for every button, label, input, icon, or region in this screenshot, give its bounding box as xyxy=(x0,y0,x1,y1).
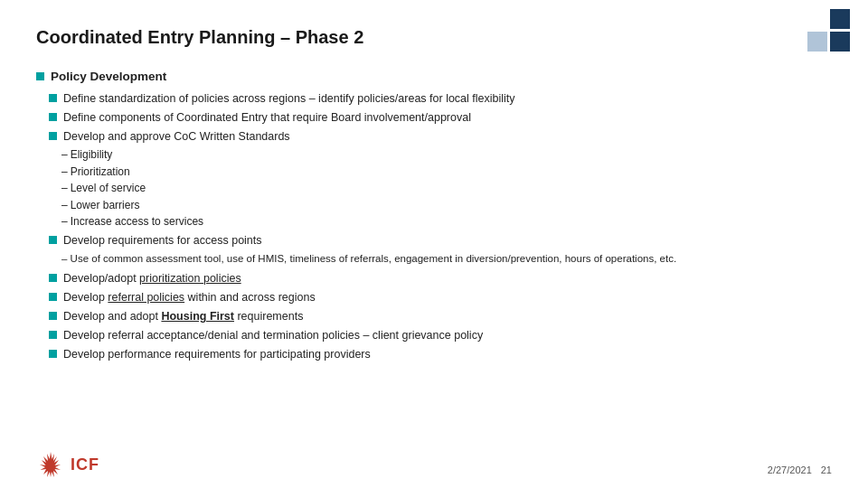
footer-date: 2/27/2021 xyxy=(768,465,812,475)
lower-bullet-list: Develop/adopt prioritization policies De… xyxy=(49,270,832,363)
bullet-7: Develop and adopt Housing First requirem… xyxy=(63,308,303,324)
svg-marker-0 xyxy=(40,452,61,477)
bullet-5-link: prioritization policies xyxy=(139,272,241,285)
bullet-icon xyxy=(49,113,57,121)
bullet-icon xyxy=(49,350,57,358)
bullet-icon xyxy=(49,274,57,282)
bullet-7-prefix: Develop and adopt xyxy=(63,310,161,323)
list-item: Define standardization of policies acros… xyxy=(49,90,832,107)
list-item: Develop and approve CoC Written Standard… xyxy=(49,128,832,145)
list-item: Develop performance requirements for par… xyxy=(49,346,832,362)
icf-star-icon xyxy=(36,450,65,479)
bullet-icon xyxy=(49,94,57,102)
section-heading: Policy Development xyxy=(36,70,832,83)
dash-item-increase-access: Increase access to services xyxy=(71,215,203,228)
dash-item-lower-barriers: Lower barriers xyxy=(71,199,140,211)
bullet-6: Develop referral policies within and acr… xyxy=(63,289,316,305)
footer-page: 21 xyxy=(821,465,832,475)
list-item: Level of service xyxy=(61,181,832,196)
note-line: – Use of common assessment tool, use of … xyxy=(61,251,832,266)
bullet-5-prefix: Develop/adopt xyxy=(63,272,139,285)
logo-text: ICF xyxy=(71,455,99,474)
bullet-icon xyxy=(49,132,57,140)
bullet-9-text: Develop performance requirements for par… xyxy=(63,346,371,362)
page-title: Coordinated Entry Planning – Phase 2 xyxy=(36,27,832,48)
list-item: Develop and adopt Housing First requirem… xyxy=(49,308,832,324)
bullet-6-prefix: Develop xyxy=(63,291,108,304)
dash-list: Eligibility Prioritization Level of serv… xyxy=(61,147,832,230)
logo-area: ICF xyxy=(36,450,99,479)
bullet-icon xyxy=(49,293,57,301)
bullet-5: Develop/adopt prioritization policies xyxy=(63,270,241,286)
section-heading-label: Policy Development xyxy=(51,70,166,83)
bullet-8-text: Develop referral acceptance/denial and t… xyxy=(63,327,483,343)
list-item: Increase access to services xyxy=(61,214,832,230)
section-bullet-icon xyxy=(36,72,44,80)
bullet-icon xyxy=(49,312,57,320)
dash-item-eligibility: Eligibility xyxy=(71,148,113,161)
bullet-2-text: Define components of Coordinated Entry t… xyxy=(63,109,471,126)
bullet-6-suffix: within and across regions xyxy=(184,291,316,304)
bullet-7-suffix: requirements xyxy=(234,310,303,323)
list-item: Eligibility xyxy=(61,147,832,163)
list-item: Lower barriers xyxy=(61,198,832,213)
list-item: Develop referral policies within and acr… xyxy=(49,289,832,305)
dash-item-level-of-service: Level of service xyxy=(71,182,146,194)
list-item: Prioritization xyxy=(61,164,832,180)
bullet-1-text: Define standardization of policies acros… xyxy=(63,90,515,107)
bullet-3-text: Develop and approve CoC Written Standard… xyxy=(63,128,290,145)
bullet-4-list: Develop requirements for access points xyxy=(49,232,832,249)
bullet-icon xyxy=(49,331,57,339)
list-item: Develop/adopt prioritization policies xyxy=(49,270,832,286)
dash-item-prioritization: Prioritization xyxy=(71,165,130,178)
deco-square-dark xyxy=(830,9,850,29)
footer: 2/27/2021 21 xyxy=(768,465,832,475)
deco-square-light xyxy=(807,32,827,52)
deco-squares xyxy=(807,9,850,52)
bullet-4-text: Develop requirements for access points xyxy=(63,232,262,249)
slide: Coordinated Entry Planning – Phase 2 Pol… xyxy=(0,0,868,488)
bullet-icon xyxy=(49,236,57,244)
main-bullet-list: Define standardization of policies acros… xyxy=(49,90,832,145)
deco-square-dark2 xyxy=(830,32,850,52)
bullet-6-link: referral policies xyxy=(108,291,184,304)
bullet-7-link: Housing First xyxy=(161,310,234,323)
list-item: Develop referral acceptance/denial and t… xyxy=(49,327,832,343)
list-item: Develop requirements for access points xyxy=(49,232,832,249)
content-area: Policy Development Define standardizatio… xyxy=(36,70,832,362)
list-item: Define components of Coordinated Entry t… xyxy=(49,109,832,126)
